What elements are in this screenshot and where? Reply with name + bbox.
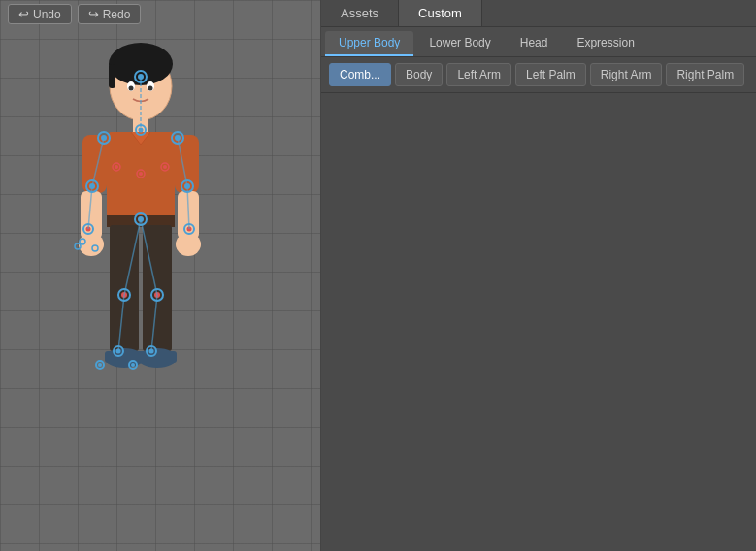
tab-expression[interactable]: Expression bbox=[563, 31, 647, 56]
tab-upper-body[interactable]: Upper Body bbox=[325, 31, 413, 56]
tab-left-palm[interactable]: Left Palm bbox=[515, 63, 586, 86]
svg-point-64 bbox=[139, 172, 143, 176]
svg-point-62 bbox=[115, 165, 118, 169]
svg-point-6 bbox=[148, 86, 153, 91]
character-figure bbox=[63, 23, 257, 528]
svg-point-50 bbox=[98, 363, 102, 367]
tab-right-palm[interactable]: Right Palm bbox=[666, 63, 744, 86]
svg-rect-21 bbox=[138, 351, 177, 363]
svg-point-14 bbox=[176, 233, 201, 256]
undo-button[interactable]: ↩ Undo bbox=[8, 4, 72, 24]
redo-label: Redo bbox=[103, 8, 131, 21]
svg-point-52 bbox=[131, 363, 135, 367]
tab-custom[interactable]: Custom bbox=[399, 0, 482, 26]
tab-left-arm[interactable]: Left Arm bbox=[446, 63, 511, 86]
tab-row-assets-custom: Assets Custom bbox=[321, 0, 756, 27]
tab-body[interactable]: Body bbox=[395, 63, 443, 86]
tab-row-body-parts: Upper Body Lower Body Head Expression bbox=[321, 27, 756, 57]
tab-comb[interactable]: Comb... bbox=[329, 63, 391, 86]
svg-rect-2 bbox=[109, 64, 115, 88]
tab-lower-body[interactable]: Lower Body bbox=[415, 31, 504, 56]
tab-right-arm[interactable]: Right Arm bbox=[590, 63, 663, 86]
edit-toolbar: ↩ Undo ↪ Redo bbox=[0, 0, 148, 28]
undo-label: Undo bbox=[33, 8, 61, 21]
character-viewport: ↩ Undo ↪ Redo bbox=[0, 0, 320, 551]
svg-point-66 bbox=[163, 165, 167, 169]
character-canvas[interactable] bbox=[0, 0, 320, 551]
redo-button[interactable]: ↪ Redo bbox=[78, 4, 142, 24]
tab-assets[interactable]: Assets bbox=[321, 0, 399, 26]
tab-head[interactable]: Head bbox=[507, 31, 562, 56]
tab-row-arm-parts: Comb... Body Left Arm Left Palm Right Ar… bbox=[321, 57, 756, 93]
panel-content-area bbox=[321, 93, 756, 551]
redo-icon: ↪ bbox=[88, 7, 99, 21]
right-panel: Assets Custom Upper Body Lower Body Head… bbox=[320, 0, 756, 551]
undo-icon: ↩ bbox=[18, 7, 29, 21]
svg-point-5 bbox=[129, 86, 134, 91]
